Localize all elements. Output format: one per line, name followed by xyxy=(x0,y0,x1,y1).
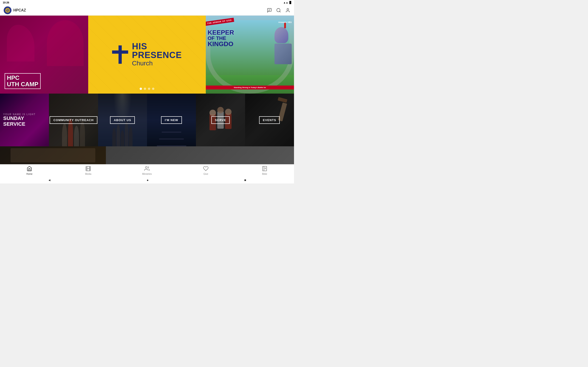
time-display: 10:26 xyxy=(3,1,9,4)
youth-camp-content: HPC UTH CAMP xyxy=(5,72,41,89)
hero-youth-camp[interactable]: HPC UTH CAMP xyxy=(0,16,88,94)
sunday-title: SUNDAY SERVICE xyxy=(3,116,46,127)
wifi-icon: ▲▲ xyxy=(283,1,288,4)
top-nav: ti HPCAZ xyxy=(0,5,294,16)
dot-4[interactable] xyxy=(152,88,154,90)
im-new-label: I'M NEW xyxy=(161,116,182,124)
logo-container[interactable]: ti HPCAZ xyxy=(4,6,26,14)
nav-bible[interactable]: Bible xyxy=(235,165,294,176)
bottom-nav: Home Media Ministries xyxy=(0,164,294,177)
status-bar: 10:26 ▲▲ ▉ xyxy=(0,0,294,5)
logo-circle: ti xyxy=(4,6,11,14)
logo-letter: ti xyxy=(6,8,9,12)
back-button[interactable]: ◄ xyxy=(48,178,51,182)
app-name: HPCAZ xyxy=(13,8,26,12)
events-cell[interactable]: EVENTS xyxy=(245,94,294,146)
bible-label: Bible xyxy=(262,173,267,175)
home-icon xyxy=(27,166,32,172)
recents-button[interactable]: ■ xyxy=(244,178,246,182)
home-label: Home xyxy=(26,173,33,175)
nav-media[interactable]: Media xyxy=(59,165,118,176)
nav-ministries[interactable]: Ministries xyxy=(118,165,176,176)
dot-2[interactable] xyxy=(144,88,146,90)
nav-give[interactable]: Give xyxy=(176,165,235,176)
chat-button[interactable] xyxy=(267,8,272,13)
hero-keeper-kingdom[interactable]: THE ARMOR OF GOD Answers VBS KEEPER OF T… xyxy=(206,16,294,94)
home-button[interactable]: ● xyxy=(147,178,148,182)
dot-1[interactable] xyxy=(140,88,142,90)
search-button[interactable] xyxy=(276,8,281,13)
carousel-dots xyxy=(140,88,154,90)
cross-icon xyxy=(112,45,128,64)
media-label: Media xyxy=(85,173,91,175)
quick-links-grid: YOUR NAME IS LIGHT SUNDAY SERVICE COMMUN… xyxy=(0,94,294,146)
svg-point-13 xyxy=(145,167,147,168)
status-icons: ▲▲ ▉ xyxy=(283,1,291,4)
nav-home[interactable]: Home xyxy=(0,165,59,176)
keeper-title-1: KEEPER xyxy=(208,29,234,36)
hero-his-presence[interactable]: HIS PRESENCE Church xyxy=(88,16,206,94)
dot-3[interactable] xyxy=(148,88,150,90)
bible-icon xyxy=(262,166,267,172)
serve-label: SERVE xyxy=(211,116,230,124)
keeper-subtitle: Standing Strong in Today's Battle for xyxy=(206,85,294,90)
media-icon xyxy=(86,166,91,172)
youth-camp-title-box: HPC UTH CAMP xyxy=(5,73,41,89)
sunday-service-cell[interactable]: YOUR NAME IS LIGHT SUNDAY SERVICE xyxy=(0,94,49,146)
svg-point-4 xyxy=(287,8,288,10)
ministries-icon xyxy=(144,166,150,172)
serve-cell[interactable]: SERVE xyxy=(196,94,245,146)
community-outreach-cell[interactable]: COMMUNITY OUTREACH xyxy=(49,94,98,146)
events-label: EVENTS xyxy=(259,116,280,124)
im-new-cell[interactable]: I'M NEW xyxy=(147,94,196,146)
give-icon xyxy=(203,166,208,172)
main-content: HPC UTH CAMP HIS PRESENCE Church xyxy=(0,16,294,164)
community-outreach-label: COMMUNITY OUTREACH xyxy=(50,116,97,124)
ministries-label: Ministries xyxy=(142,173,152,175)
about-us-label: ABOUT US xyxy=(110,116,135,124)
answers-vbs: Answers VBS xyxy=(278,21,292,23)
keeper-title-2: OF THE xyxy=(208,36,234,41)
hero-carousel[interactable]: HPC UTH CAMP HIS PRESENCE Church xyxy=(0,16,294,94)
keeper-title-3: KINGDO xyxy=(208,41,234,47)
bottom-section xyxy=(0,146,294,164)
system-nav: ◄ ● ■ xyxy=(0,177,294,184)
nav-icons xyxy=(267,8,290,13)
profile-button[interactable] xyxy=(285,8,290,13)
sunday-service-content: YOUR NAME IS LIGHT SUNDAY SERVICE xyxy=(0,110,49,130)
svg-point-2 xyxy=(277,8,280,12)
about-us-cell[interactable]: ABOUT US xyxy=(98,94,147,146)
youth-camp-title: HPC UTH CAMP xyxy=(7,75,38,88)
svg-line-3 xyxy=(279,11,280,12)
battery-icon: ▉ xyxy=(289,1,291,4)
give-label: Give xyxy=(204,173,208,175)
